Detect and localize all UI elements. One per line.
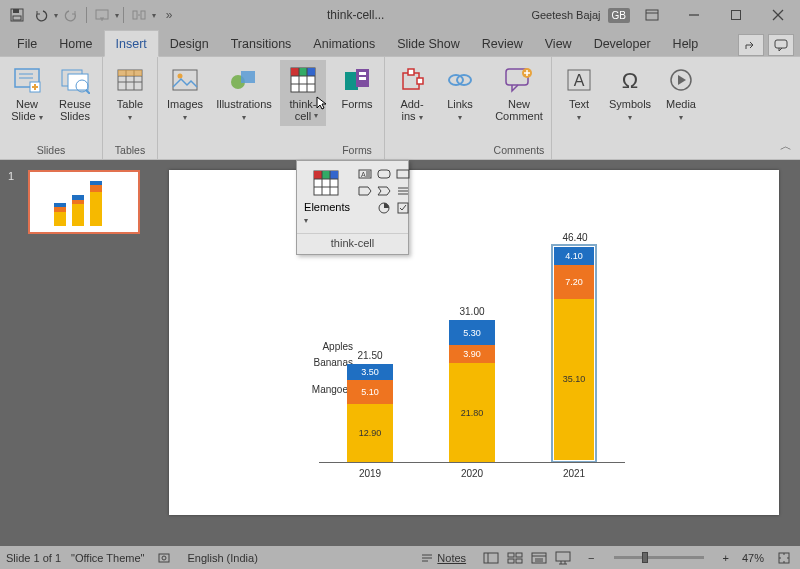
qat-more-icon[interactable]: ▾ — [115, 11, 119, 20]
user-name[interactable]: Geetesh Bajaj — [531, 9, 600, 21]
svg-rect-79 — [159, 554, 169, 562]
bar-total-label: 46.40 — [554, 232, 596, 243]
tab-view[interactable]: View — [534, 31, 583, 56]
fit-to-window-button[interactable] — [774, 551, 794, 565]
svg-rect-5 — [141, 11, 145, 19]
reuse-slides-button[interactable]: Reuse Slides — [52, 60, 98, 126]
undo-icon[interactable] — [30, 4, 52, 26]
symbols-button[interactable]: Ω Symbols▾ — [604, 60, 656, 128]
collapse-ribbon-icon[interactable]: ︿ — [780, 138, 792, 155]
close-icon[interactable] — [758, 0, 798, 30]
quick-access-toolbar: ▾ ▾ ▾ » — [0, 4, 180, 26]
sorter-view-icon[interactable] — [503, 549, 527, 567]
thumbnail-number: 1 — [8, 170, 14, 182]
theme-name[interactable]: "Office Theme" — [71, 552, 144, 564]
table-button[interactable]: Table▾ — [107, 60, 153, 128]
redo-icon[interactable] — [60, 4, 82, 26]
stacked-bar-chart[interactable]: Apples Bananas Mangoes 12.905.103.5021.5… — [319, 233, 669, 463]
save-icon[interactable] — [6, 4, 28, 26]
cursor-icon — [316, 96, 330, 110]
qat-overflow-icon[interactable]: » — [158, 4, 180, 26]
normal-view-icon[interactable] — [479, 549, 503, 567]
slide-canvas[interactable]: Apples Bananas Mangoes 12.905.103.5021.5… — [169, 170, 779, 515]
images-button[interactable]: Images▾ — [162, 60, 208, 128]
tab-home[interactable]: Home — [48, 31, 103, 56]
new-slide-button[interactable]: New Slide ▾ — [4, 60, 50, 128]
addins-button[interactable]: Add- ins ▾ — [389, 60, 435, 128]
slide-thumbnail-1[interactable] — [28, 170, 140, 234]
thinkcell-icon — [287, 64, 319, 96]
start-from-beginning-icon[interactable] — [91, 4, 113, 26]
textbox-shape-icon[interactable]: A — [357, 167, 373, 181]
tab-review[interactable]: Review — [471, 31, 534, 56]
bar-segment[interactable]: 5.30 — [449, 320, 495, 344]
tab-animations[interactable]: Animations — [302, 31, 386, 56]
tab-slideshow[interactable]: Slide Show — [386, 31, 471, 56]
user-initials-badge[interactable]: GB — [608, 8, 630, 23]
illustrations-button[interactable]: Illustrations▾ — [210, 60, 278, 128]
new-comment-button[interactable]: New Comment — [491, 60, 547, 126]
rect-shape-icon[interactable] — [395, 167, 411, 181]
slideshow-view-icon[interactable] — [551, 549, 575, 567]
new-comment-label: New Comment — [495, 98, 543, 122]
maximize-icon[interactable] — [716, 0, 756, 30]
svg-rect-37 — [307, 68, 315, 76]
svg-point-80 — [162, 556, 166, 560]
bar-segment[interactable]: 35.10 — [554, 299, 594, 460]
language-button[interactable]: English (India) — [184, 552, 260, 564]
illustrations-icon — [228, 64, 260, 96]
chevron-shape-icon[interactable] — [376, 184, 392, 198]
undo-dropdown-icon[interactable]: ▾ — [54, 11, 58, 20]
checkbox-shape-icon[interactable] — [395, 201, 411, 215]
zoom-out-button[interactable]: − — [585, 552, 597, 564]
bar-segment[interactable]: 3.50 — [347, 364, 393, 380]
bar-segment[interactable]: 7.20 — [554, 265, 594, 298]
svg-rect-62 — [330, 171, 338, 179]
ribbon-display-icon[interactable] — [632, 0, 672, 30]
tab-file[interactable]: File — [6, 31, 48, 56]
zoom-percent[interactable]: 47% — [742, 552, 764, 564]
tab-insert[interactable]: Insert — [104, 30, 159, 57]
share-button[interactable] — [738, 34, 764, 56]
forms-button[interactable]: Forms — [334, 60, 380, 114]
list-shape-icon[interactable] — [395, 184, 411, 198]
tab-developer[interactable]: Developer — [583, 31, 662, 56]
qat-more2-icon[interactable]: ▾ — [152, 11, 156, 20]
bar-segment[interactable]: 5.10 — [347, 380, 393, 403]
shape-palette: A — [357, 167, 411, 227]
slide-count[interactable]: Slide 1 of 1 — [6, 552, 61, 564]
slide-area[interactable]: Apples Bananas Mangoes 12.905.103.5021.5… — [148, 160, 800, 546]
links-button[interactable]: Links▾ — [437, 60, 483, 128]
svg-rect-10 — [732, 11, 741, 20]
notes-button[interactable]: Notes — [417, 552, 469, 564]
tab-design[interactable]: Design — [159, 31, 220, 56]
minimize-icon[interactable] — [674, 0, 714, 30]
thumbnail-pane[interactable]: 1 — [0, 160, 148, 546]
xlabel-2021: 2021 — [523, 468, 625, 479]
rounded-rect-shape-icon[interactable] — [376, 167, 392, 181]
status-bar: Slide 1 of 1 "Office Theme" English (Ind… — [0, 546, 800, 569]
tab-transitions[interactable]: Transitions — [220, 31, 303, 56]
bar-segment[interactable]: 4.10 — [554, 247, 594, 266]
zoom-slider[interactable] — [614, 556, 704, 559]
zoom-in-button[interactable]: + — [720, 552, 732, 564]
elements-button[interactable]: Elements▾ — [303, 167, 351, 227]
tab-help[interactable]: Help — [662, 31, 710, 56]
text-button[interactable]: A Text▾ — [556, 60, 602, 128]
reading-view-icon[interactable] — [527, 549, 551, 567]
thinkcell-button[interactable]: think- cell▾ — [280, 60, 326, 126]
harvey-ball-icon[interactable] — [376, 201, 392, 215]
touch-mode-icon[interactable] — [128, 4, 150, 26]
bar-segment[interactable]: 3.90 — [449, 345, 495, 363]
accessibility-button[interactable] — [154, 551, 174, 565]
bar-segment[interactable]: 21.80 — [449, 363, 495, 463]
forms-label: Forms — [341, 98, 372, 110]
elements-label: Elements▾ — [304, 201, 350, 225]
links-icon — [444, 64, 476, 96]
bar-total-label: 31.00 — [449, 306, 495, 317]
comments-button[interactable] — [768, 34, 794, 56]
pentagon-shape-icon[interactable] — [357, 184, 373, 198]
bar-segment[interactable]: 12.90 — [347, 404, 393, 463]
media-button[interactable]: Media▾ — [658, 60, 704, 128]
view-buttons — [479, 549, 575, 567]
